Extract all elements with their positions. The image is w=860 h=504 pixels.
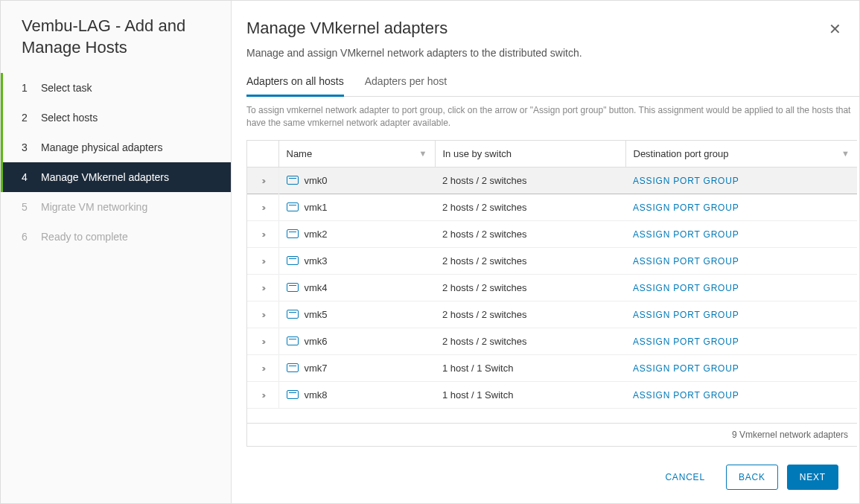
- name-cell: vmk3: [278, 247, 435, 274]
- wizard-step-number: 3: [22, 141, 31, 153]
- table-spacer: [247, 409, 857, 424]
- wizard-step-label: Ready to complete: [41, 231, 128, 243]
- wizard-step-label: Select hosts: [41, 112, 98, 124]
- table-row[interactable]: ››vmk71 host / 1 SwitchASSIGN PORT GROUP: [247, 354, 857, 381]
- wizard-step-number: 1: [22, 82, 31, 94]
- wizard-title: Vembu-LAG - Add and Manage Hosts: [1, 16, 231, 73]
- next-button[interactable]: NEXT: [787, 465, 838, 490]
- adapter-name: vmk4: [305, 282, 328, 293]
- chevron-right-double-icon: ››: [261, 336, 264, 347]
- name-cell: vmk7: [278, 354, 435, 381]
- assign-port-group-link[interactable]: ASSIGN PORT GROUP: [633, 390, 739, 401]
- table-row[interactable]: ››vmk22 hosts / 2 switchesASSIGN PORT GR…: [247, 220, 857, 247]
- dest-cell: ASSIGN PORT GROUP: [625, 194, 857, 220]
- wizard-step-label: Manage physical adapters: [41, 141, 162, 153]
- assign-port-group-link[interactable]: ASSIGN PORT GROUP: [633, 310, 739, 320]
- assign-port-group-link[interactable]: ASSIGN PORT GROUP: [633, 283, 739, 293]
- inuse-cell: 2 hosts / 2 switches: [435, 301, 625, 328]
- expand-cell[interactable]: ››: [247, 167, 278, 194]
- wizard-dialog: Vembu-LAG - Add and Manage Hosts 1Select…: [0, 0, 860, 504]
- chevron-right-double-icon: ››: [261, 202, 264, 213]
- filter-icon[interactable]: ▼: [419, 149, 427, 158]
- adapters-table: Name ▼ In use by switch Destination port: [247, 141, 857, 409]
- vmkernel-adapter-icon: [287, 363, 299, 372]
- chevron-right-double-icon: ››: [261, 363, 264, 374]
- expand-cell[interactable]: ››: [247, 194, 278, 220]
- wizard-step-list: 1Select task2Select hosts3Manage physica…: [1, 73, 231, 252]
- wizard-step-5: 5Migrate VM networking: [1, 192, 231, 222]
- vmkernel-adapter-icon: [287, 336, 299, 345]
- table-row[interactable]: ››vmk32 hosts / 2 switchesASSIGN PORT GR…: [247, 247, 857, 274]
- expand-cell[interactable]: ››: [247, 354, 278, 381]
- expand-cell[interactable]: ››: [247, 301, 278, 328]
- chevron-right-double-icon: ››: [261, 389, 264, 401]
- inuse-cell: 2 hosts / 2 switches: [435, 167, 625, 194]
- filter-icon[interactable]: ▼: [841, 149, 850, 158]
- inuse-cell: 2 hosts / 2 switches: [435, 274, 625, 301]
- col-header-inuse[interactable]: In use by switch: [435, 141, 625, 168]
- table-row[interactable]: ››vmk12 hosts / 2 switchesASSIGN PORT GR…: [247, 194, 857, 220]
- dest-cell: ASSIGN PORT GROUP: [625, 274, 857, 301]
- assign-port-group-link[interactable]: ASSIGN PORT GROUP: [633, 176, 739, 186]
- dest-cell: ASSIGN PORT GROUP: [625, 167, 857, 194]
- name-cell: vmk6: [278, 328, 435, 354]
- wizard-main: Manage VMkernel adapters ✕ Manage and as…: [232, 1, 859, 503]
- wizard-step-4[interactable]: 4Manage VMkernel adapters: [1, 162, 231, 192]
- dest-cell: ASSIGN PORT GROUP: [625, 301, 857, 328]
- assign-port-group-link[interactable]: ASSIGN PORT GROUP: [633, 336, 739, 347]
- wizard-step-number: 2: [22, 112, 31, 124]
- name-cell: vmk5: [278, 301, 435, 328]
- table-row[interactable]: ››vmk52 hosts / 2 switchesASSIGN PORT GR…: [247, 301, 857, 328]
- name-cell: vmk8: [278, 381, 435, 408]
- main-header: Manage VMkernel adapters ✕: [232, 19, 859, 39]
- table-row[interactable]: ››vmk42 hosts / 2 switchesASSIGN PORT GR…: [247, 274, 857, 301]
- col-header-dest[interactable]: Destination port group ▼: [625, 141, 857, 168]
- name-cell: vmk4: [278, 274, 435, 301]
- back-button[interactable]: BACK: [726, 465, 778, 490]
- name-cell: vmk2: [278, 220, 435, 247]
- close-button[interactable]: ✕: [826, 19, 844, 39]
- wizard-step-number: 4: [22, 171, 31, 183]
- assign-port-group-link[interactable]: ASSIGN PORT GROUP: [633, 363, 739, 374]
- assign-port-group-link[interactable]: ASSIGN PORT GROUP: [633, 256, 739, 267]
- adapter-name: vmk6: [305, 336, 328, 347]
- vmkernel-adapter-icon: [287, 390, 299, 399]
- inuse-cell: 2 hosts / 2 switches: [435, 328, 625, 354]
- chevron-right-double-icon: ››: [261, 175, 264, 186]
- cancel-button[interactable]: CANCEL: [653, 465, 716, 489]
- wizard-step-number: 5: [22, 201, 31, 213]
- vmkernel-adapter-icon: [287, 283, 299, 292]
- chevron-right-double-icon: ››: [261, 282, 264, 293]
- page-subtitle: Manage and assign VMkernel network adapt…: [232, 39, 859, 69]
- vmkernel-adapter-icon: [287, 256, 299, 265]
- tab-1[interactable]: Adapters per host: [365, 69, 447, 97]
- wizard-step-1[interactable]: 1Select task: [1, 73, 231, 103]
- expand-cell[interactable]: ››: [247, 274, 278, 301]
- adapters-table-body: ››vmk02 hosts / 2 switchesASSIGN PORT GR…: [247, 167, 857, 408]
- dest-cell: ASSIGN PORT GROUP: [625, 328, 857, 354]
- assign-port-group-link[interactable]: ASSIGN PORT GROUP: [633, 202, 739, 213]
- col-header-name-label: Name: [287, 148, 313, 159]
- tab-0[interactable]: Adapters on all hosts: [246, 69, 344, 97]
- tabs: Adapters on all hostsAdapters per host: [246, 69, 859, 97]
- wizard-step-3[interactable]: 3Manage physical adapters: [1, 133, 231, 162]
- page-title: Manage VMkernel adapters: [246, 19, 447, 38]
- col-header-name[interactable]: Name ▼: [278, 141, 435, 168]
- vmkernel-adapter-icon: [287, 202, 299, 211]
- expand-cell[interactable]: ››: [247, 220, 278, 247]
- instruction-text: To assign vmkernel network adapter to po…: [232, 97, 859, 140]
- wizard-actions: CANCEL BACK NEXT: [232, 447, 859, 490]
- table-row[interactable]: ››vmk81 host / 1 SwitchASSIGN PORT GROUP: [247, 381, 857, 408]
- expand-cell[interactable]: ››: [247, 328, 278, 354]
- chevron-right-double-icon: ››: [261, 309, 264, 320]
- adapter-name: vmk2: [305, 229, 328, 240]
- assign-port-group-link[interactable]: ASSIGN PORT GROUP: [633, 229, 739, 240]
- expand-cell[interactable]: ››: [247, 247, 278, 274]
- wizard-step-2[interactable]: 2Select hosts: [1, 103, 231, 133]
- table-row[interactable]: ››vmk02 hosts / 2 switchesASSIGN PORT GR…: [247, 167, 857, 194]
- dest-cell: ASSIGN PORT GROUP: [625, 354, 857, 381]
- table-row[interactable]: ››vmk62 hosts / 2 switchesASSIGN PORT GR…: [247, 328, 857, 354]
- vmkernel-adapter-icon: [287, 310, 299, 319]
- dest-cell: ASSIGN PORT GROUP: [625, 220, 857, 247]
- expand-cell[interactable]: ››: [247, 381, 278, 408]
